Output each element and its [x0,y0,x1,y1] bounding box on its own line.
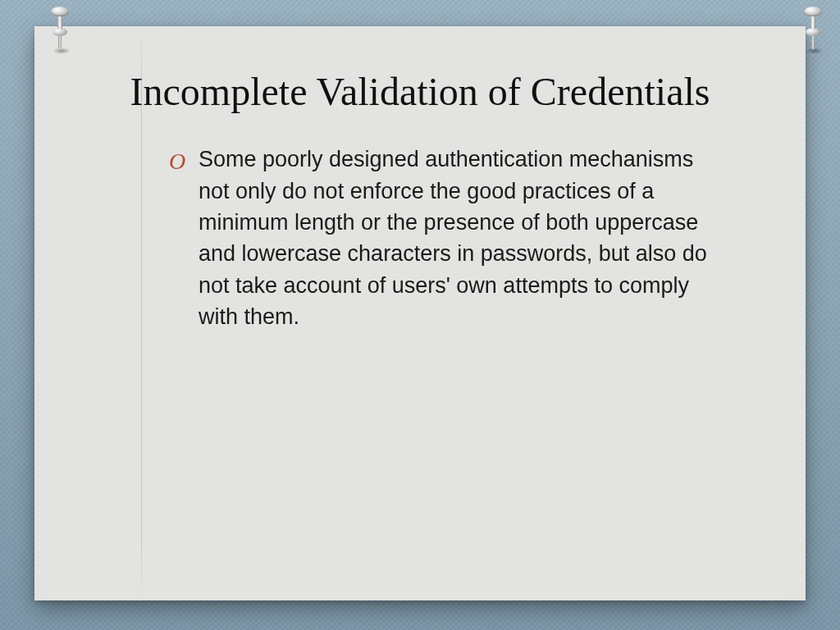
bullet-item: O Some poorly designed authentication me… [199,144,724,332]
slide-title: Incomplete Validation of Credentials [92,69,748,114]
slide-card: Incomplete Validation of Credentials O S… [34,26,806,600]
fold-line [141,26,142,600]
bullet-list: O Some poorly designed authentication me… [92,144,748,332]
bullet-marker: O [169,145,185,178]
bullet-text: Some poorly designed authentication mech… [199,147,707,329]
